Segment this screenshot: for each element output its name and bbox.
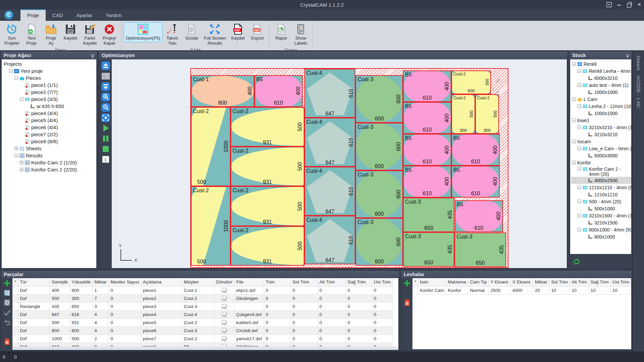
parts-cell[interactable]: piece3 bbox=[141, 302, 182, 310]
sheets-cell[interactable]: Konfor bbox=[446, 286, 468, 294]
parts-cell[interactable]: Dxf bbox=[18, 343, 50, 347]
collapse-icon[interactable]: – bbox=[578, 214, 581, 217]
sheets-col-header[interactable]: X Ekseni bbox=[510, 278, 533, 286]
checkbox-checked-icon[interactable] bbox=[222, 328, 227, 333]
stock-tree-item[interactable]: –Levha 2 - 12mm (10) bbox=[571, 103, 631, 110]
sheet-prev-button[interactable] bbox=[101, 61, 110, 70]
parts-cell[interactable]: piece4 bbox=[141, 310, 182, 318]
piece-cell-b5[interactable]: B5610400 bbox=[451, 134, 500, 166]
piece-cell-cust-2[interactable]: Cust-2931500 bbox=[231, 226, 304, 266]
parts-cell[interactable]: 0 bbox=[291, 302, 317, 310]
stock-tree-item[interactable]: –L Cam bbox=[571, 96, 631, 103]
parts-col-header[interactable]: Sol Trim bbox=[291, 278, 317, 286]
parts-col-header[interactable]: Döndürr bbox=[214, 278, 234, 286]
project-tree-item[interactable]: –Yeni proje bbox=[2, 67, 96, 74]
refresh-stock-icon[interactable] bbox=[572, 257, 581, 266]
parts-col-header[interactable]: Alt Trim bbox=[317, 278, 346, 286]
parts-cell[interactable]: piece5 bbox=[141, 318, 182, 326]
count-box[interactable]: 1 bbox=[101, 155, 110, 164]
optimizasyon(f5)-button[interactable]: Optimizasyon(F5) bbox=[123, 22, 163, 42]
project-tree-item[interactable]: piece7 (2/2) bbox=[2, 131, 96, 138]
collapse-icon[interactable]: – bbox=[14, 76, 18, 80]
piece-cell-cust-3[interactable]: Cust-3600600 bbox=[355, 170, 403, 218]
project-tree-item[interactable]: piece6 (4/4) bbox=[2, 124, 96, 131]
parts-cell[interactable]: 0 bbox=[346, 343, 372, 347]
parts-cell[interactable]: 0 bbox=[372, 286, 392, 294]
parts-table-row[interactable]: Dxf50093140piece5Cust-2kubbe5.dxf00000 bbox=[13, 318, 393, 326]
checkbox-checked-icon[interactable] bbox=[222, 344, 227, 347]
parts-cell[interactable]: 647 bbox=[50, 310, 70, 318]
checkbox-checked-icon[interactable] bbox=[222, 320, 227, 325]
stock-tree-item[interactable]: 1210x1210 bbox=[571, 191, 631, 198]
sheets-col-header[interactable]: Sol Trim bbox=[549, 278, 570, 286]
parts-cell[interactable]: 616 bbox=[70, 310, 93, 318]
sheets-cell[interactable]: 10 bbox=[589, 286, 610, 294]
collapse-icon[interactable]: – bbox=[20, 97, 23, 101]
checkbox-checked-icon[interactable] bbox=[222, 296, 227, 301]
stock-tree-item[interactable]: –Renkli Levha - 4mm (5) bbox=[571, 67, 631, 74]
zoom-fit-button[interactable] bbox=[101, 113, 110, 122]
parts-cell[interactable]: 0 bbox=[291, 334, 317, 343]
parts-cell[interactable]: 650 bbox=[70, 302, 93, 310]
parts-cell[interactable]: 0 bbox=[372, 318, 392, 326]
collapse-icon[interactable]: – bbox=[578, 104, 581, 108]
sheet-number-box[interactable]: 1 bbox=[101, 72, 110, 81]
parts-col-header[interactable]: Trim bbox=[264, 278, 291, 286]
sheets-col-header[interactable]: Üst Trim bbox=[610, 278, 631, 286]
project-tree-item[interactable]: piece8 (8/8) bbox=[2, 138, 96, 145]
parts-rotate-checkbox[interactable] bbox=[214, 318, 234, 326]
parts-cell[interactable]: Çokgen4.dxf bbox=[234, 310, 264, 318]
sheets-col-header[interactable]: Miktar bbox=[533, 278, 549, 286]
parts-cell[interactable]: elips1.dxf bbox=[234, 286, 264, 294]
cutting-sheet[interactable]: Cust-1800400B5610400Cust-25001000Cust-25… bbox=[190, 68, 508, 268]
parts-cell[interactable]: 0 bbox=[291, 343, 317, 347]
piece-cell-cust-2[interactable]: Cust-2931500 bbox=[231, 107, 304, 147]
sheets-cell[interactable]: 4000 bbox=[510, 286, 533, 294]
piece-cell-cust-2[interactable]: Cust-25001000 bbox=[191, 107, 231, 187]
collapse-icon[interactable]: – bbox=[578, 125, 581, 129]
parts-cell[interactable]: 0 bbox=[109, 294, 141, 302]
parts-cell[interactable]: piece7 bbox=[141, 334, 182, 343]
expand-icon[interactable]: + bbox=[20, 161, 23, 164]
parts-hscrollbar[interactable] bbox=[12, 347, 398, 350]
parts-cell[interactable]: 0 bbox=[317, 286, 346, 294]
project-tree-item[interactable]: w:435 h:650 bbox=[2, 103, 96, 110]
parts-cell[interactable]: 3 bbox=[93, 302, 109, 310]
collapse-icon[interactable]: – bbox=[578, 200, 581, 203]
sheets-col-header[interactable]: Y Ekseni bbox=[489, 278, 510, 286]
stop-button[interactable] bbox=[101, 145, 110, 153]
parts-cell[interactable]: 0 bbox=[291, 294, 317, 302]
parts-table-row[interactable]: Dxf40080010piece1Cust-1elips1.dxf00000 bbox=[13, 286, 393, 294]
parts-cell[interactable]: Dxf bbox=[18, 310, 50, 318]
piece-cell-b5[interactable]: B5610400 bbox=[403, 166, 451, 198]
stock-tree-item[interactable]: –Renkli bbox=[571, 60, 631, 67]
project-tree-item[interactable]: –Pieces bbox=[2, 74, 96, 82]
parts-cell[interactable]: 0 bbox=[317, 326, 346, 334]
stock-tree-item[interactable]: –800x1000 - 4mm (50) bbox=[571, 226, 631, 233]
parts-cell[interactable]: 0 bbox=[346, 310, 372, 318]
parts-cell[interactable]: piece8 bbox=[141, 343, 182, 347]
parts-cell[interactable]: 400 bbox=[70, 343, 93, 347]
parts-col-header[interactable]: Genişlik bbox=[50, 278, 70, 286]
piece-cell-cust-2[interactable]: Cust-2300500 bbox=[451, 94, 475, 134]
parts-cell[interactable]: 0 bbox=[346, 294, 372, 302]
parts-cell[interactable]: 0 bbox=[372, 302, 392, 310]
parts-cell[interactable]: 600 bbox=[50, 326, 70, 334]
sheets-add-button[interactable] bbox=[403, 279, 411, 287]
parts-cell[interactable]: 0 bbox=[264, 343, 291, 347]
parts-cell[interactable]: 1000 bbox=[50, 334, 70, 343]
optimization-canvas[interactable]: 11 Cust-1800400B5610400Cust-25001000Cust… bbox=[100, 59, 567, 268]
parts-minus-button[interactable] bbox=[3, 328, 11, 335]
parts-cell[interactable]: 0 bbox=[291, 318, 317, 326]
pause-button[interactable] bbox=[101, 134, 110, 143]
piece-cell-cust-2[interactable]: Cust-2500300 bbox=[451, 70, 491, 94]
project-tree-item[interactable]: piece2 (7/7) bbox=[2, 89, 96, 96]
close-button[interactable]: × bbox=[637, 2, 642, 7]
collapse-icon[interactable]: – bbox=[578, 186, 581, 189]
parts-cell[interactable]: 0 bbox=[291, 326, 317, 334]
parts-cell[interactable]: Rectangle bbox=[18, 302, 50, 310]
menu-tab-cad[interactable]: CAD bbox=[46, 10, 70, 21]
parts-rotate-checkbox[interactable] bbox=[214, 310, 234, 318]
piece-cell-cust-4[interactable]: Cust-4647616 bbox=[304, 118, 356, 167]
parts-cell[interactable]: 0 bbox=[109, 318, 141, 326]
